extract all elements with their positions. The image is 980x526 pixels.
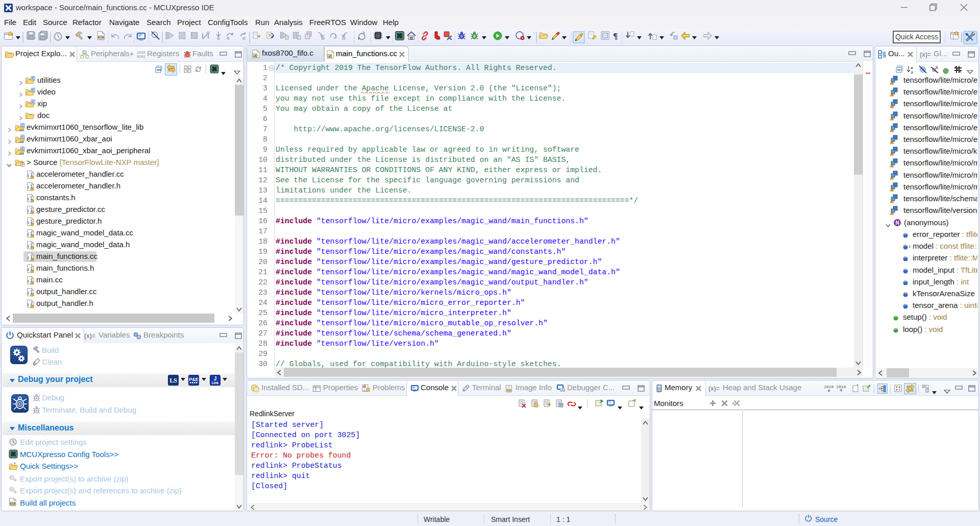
- svg-text:!: !: [892, 188, 893, 191]
- svg-text:!: !: [892, 129, 893, 132]
- svg-text:010: 010: [98, 36, 104, 39]
- svg-text:P&E: P&E: [189, 377, 199, 382]
- svg-text:¶: ¶: [613, 31, 618, 41]
- svg-text:c: c: [909, 244, 911, 249]
- svg-text:!: !: [368, 388, 369, 391]
- svg-text:C: C: [21, 147, 24, 151]
- svg-text:!: !: [892, 81, 893, 84]
- svg-text:1010: 1010: [824, 385, 834, 389]
- svg-text:LS: LS: [169, 377, 177, 384]
- svg-text:1010: 1010: [836, 385, 846, 389]
- svg-text:J: J: [214, 376, 217, 381]
- svg-text:010: 010: [10, 502, 15, 506]
- svg-text:C: C: [21, 124, 24, 127]
- svg-text:z: z: [911, 69, 913, 74]
- svg-text:!: !: [892, 140, 893, 144]
- svg-text:!: !: [892, 164, 893, 168]
- svg-text:!: !: [892, 176, 893, 179]
- svg-text:!: !: [892, 212, 893, 215]
- svg-text:Link: Link: [212, 381, 219, 385]
- svg-text:010: 010: [507, 389, 511, 391]
- svg-text:1010: 1010: [137, 51, 145, 55]
- svg-text:!: !: [892, 105, 893, 108]
- svg-text:C: C: [32, 88, 35, 92]
- svg-text:.c: .c: [328, 54, 331, 58]
- svg-text:S: S: [936, 65, 938, 70]
- svg-text:0101: 0101: [137, 55, 145, 58]
- svg-text:N: N: [895, 220, 899, 226]
- svg-text:C: C: [21, 135, 24, 139]
- svg-text:C: C: [32, 76, 35, 81]
- svg-text:.c: .c: [253, 53, 257, 58]
- svg-text:C: C: [32, 100, 35, 104]
- svg-text:!: !: [892, 200, 893, 203]
- svg-text:!: !: [892, 117, 893, 120]
- svg-text:!: !: [892, 152, 893, 155]
- svg-text:!: !: [892, 93, 893, 96]
